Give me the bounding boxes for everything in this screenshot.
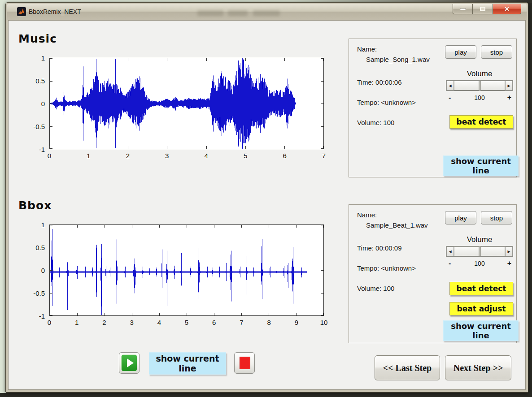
name-label: Name: bbox=[357, 211, 377, 219]
bbox-plot-y-axis-labels: 10.50-0.5-1 bbox=[25, 224, 48, 316]
volume-increase-arrow-icon[interactable]: ▶ bbox=[505, 246, 513, 256]
bbox-show-current-line-button[interactable]: show current line bbox=[443, 320, 519, 341]
volume-slider-thumb[interactable] bbox=[454, 246, 479, 256]
blurred-menu-smudge bbox=[253, 10, 280, 16]
bbox-volume-value: 100 bbox=[446, 260, 513, 267]
music-tempo-text: Tempo: <unknown> bbox=[357, 99, 416, 106]
y-tick-label: -1 bbox=[39, 146, 45, 153]
blurred-menu-smudge bbox=[228, 10, 248, 16]
minimize-icon bbox=[460, 8, 466, 10]
y-tick-label: 0 bbox=[41, 100, 45, 108]
x-tick-label: 0 bbox=[48, 319, 51, 326]
title-bar[interactable]: BboxRemix_NEXT ✕ bbox=[7, 4, 527, 20]
x-tick-label: 4 bbox=[157, 319, 161, 326]
volume-plus-label: + bbox=[507, 259, 511, 268]
x-tick-label: 7 bbox=[322, 152, 326, 160]
music-waveform-plot bbox=[49, 58, 324, 149]
play-icon bbox=[121, 354, 137, 371]
bbox-file-name: Sample_Beat_1.wav bbox=[366, 221, 428, 229]
y-tick-label: -0.5 bbox=[33, 123, 45, 130]
bbox-volume-text: Volume: 100 bbox=[357, 285, 394, 292]
client-area: Music 10.50-0.5-1 01234567 Bbox 10.50-0.… bbox=[8, 20, 526, 390]
window-title: BboxRemix_NEXT bbox=[29, 8, 81, 15]
music-beat-detect-button[interactable]: beat detect bbox=[449, 115, 513, 129]
music-play-button[interactable]: play bbox=[445, 45, 476, 59]
x-tick-label: 3 bbox=[130, 319, 133, 326]
y-tick-label: -1 bbox=[39, 312, 45, 320]
music-volume-slider[interactable]: ◀ ▶ bbox=[446, 80, 513, 91]
music-volume-text: Volume: 100 bbox=[357, 119, 394, 126]
bbox-beat-adjust-button[interactable]: beat adjust bbox=[449, 302, 513, 315]
music-plot-x-axis-labels: 01234567 bbox=[49, 151, 324, 161]
music-volume-label: Volume bbox=[446, 69, 513, 78]
bbox-section-heading: Bbox bbox=[18, 199, 52, 212]
music-stop-button[interactable]: stop bbox=[481, 45, 512, 59]
music-plot-y-axis-labels: 10.50-0.5-1 bbox=[25, 58, 48, 149]
stop-icon bbox=[240, 357, 250, 369]
close-button[interactable]: ✕ bbox=[493, 4, 521, 14]
y-tick-label: 0.5 bbox=[35, 244, 45, 251]
bbox-plot-x-axis-labels: 012345678910 bbox=[49, 318, 324, 328]
music-volume-value: 100 bbox=[446, 94, 513, 101]
y-tick-label: 0.5 bbox=[35, 77, 45, 85]
x-tick-label: 5 bbox=[244, 152, 247, 160]
volume-plus-label: + bbox=[507, 94, 511, 102]
next-step-button[interactable]: Next Step >> bbox=[445, 355, 511, 380]
music-show-current-line-button[interactable]: show current line bbox=[443, 155, 519, 176]
bbox-play-button[interactable]: play bbox=[445, 211, 476, 224]
global-play-button[interactable] bbox=[119, 352, 140, 374]
x-tick-label: 4 bbox=[205, 152, 208, 160]
maximize-icon bbox=[480, 7, 485, 11]
bbox-volume-label: Volume bbox=[446, 235, 513, 244]
bbox-beat-detect-button[interactable]: beat detect bbox=[449, 282, 513, 295]
bbox-volume-slider[interactable]: ◀ ▶ bbox=[446, 246, 513, 257]
bbox-waveform-plot bbox=[49, 224, 324, 316]
volume-decrease-arrow-icon[interactable]: ◀ bbox=[446, 246, 454, 256]
x-tick-label: 2 bbox=[126, 152, 130, 160]
bbox-control-panel: Name: Sample_Beat_1.wav play stop Time: … bbox=[349, 204, 517, 343]
x-tick-label: 1 bbox=[75, 319, 78, 326]
name-label: Name: bbox=[357, 45, 377, 53]
music-file-name: Sample_Song_1.wav bbox=[366, 56, 430, 63]
y-tick-label: -0.5 bbox=[33, 289, 45, 297]
global-stop-button[interactable] bbox=[234, 352, 255, 374]
bbox-waveform-canvas bbox=[50, 225, 323, 315]
blurred-menu-smudge bbox=[197, 10, 223, 16]
volume-slider-thumb[interactable] bbox=[454, 81, 479, 91]
bbox-time-text: Time: 00:00:09 bbox=[357, 244, 402, 252]
global-show-current-line-button[interactable]: show current line bbox=[149, 352, 226, 375]
minimize-button[interactable] bbox=[453, 4, 473, 14]
volume-increase-arrow-icon[interactable]: ▶ bbox=[505, 81, 513, 91]
volume-decrease-arrow-icon[interactable]: ◀ bbox=[446, 81, 454, 91]
matlab-icon bbox=[17, 7, 26, 16]
music-control-panel: Name: Sample_Song_1.wav play stop Time: … bbox=[349, 39, 517, 177]
bbox-stop-button[interactable]: stop bbox=[481, 211, 512, 224]
close-icon: ✕ bbox=[504, 5, 510, 13]
x-tick-label: 1 bbox=[87, 152, 90, 160]
y-tick-label: 1 bbox=[41, 54, 45, 62]
app-window: BboxRemix_NEXT ✕ Music 10.50-0.5-1 01234… bbox=[5, 2, 528, 393]
music-waveform-canvas bbox=[50, 58, 323, 149]
music-section-heading: Music bbox=[18, 32, 57, 45]
x-tick-label: 3 bbox=[165, 152, 169, 160]
maximize-button[interactable] bbox=[473, 4, 493, 14]
x-tick-label: 8 bbox=[267, 319, 270, 326]
music-time-text: Time: 00:00:06 bbox=[357, 78, 402, 86]
y-tick-label: 1 bbox=[41, 221, 45, 229]
x-tick-label: 10 bbox=[320, 319, 328, 326]
last-step-button[interactable]: << Last Step bbox=[375, 355, 440, 380]
bbox-tempo-text: Tempo: <unknown> bbox=[357, 264, 416, 272]
x-tick-label: 6 bbox=[212, 319, 216, 326]
volume-slider-thumb[interactable] bbox=[480, 246, 506, 256]
volume-slider-thumb[interactable] bbox=[480, 81, 506, 91]
x-tick-label: 5 bbox=[185, 319, 188, 326]
y-tick-label: 0 bbox=[41, 267, 45, 274]
window-caption-buttons: ✕ bbox=[453, 4, 521, 14]
x-tick-label: 0 bbox=[48, 152, 51, 160]
x-tick-label: 7 bbox=[240, 319, 243, 326]
x-tick-label: 2 bbox=[102, 319, 106, 326]
x-tick-label: 6 bbox=[283, 152, 286, 160]
x-tick-label: 9 bbox=[295, 319, 298, 326]
